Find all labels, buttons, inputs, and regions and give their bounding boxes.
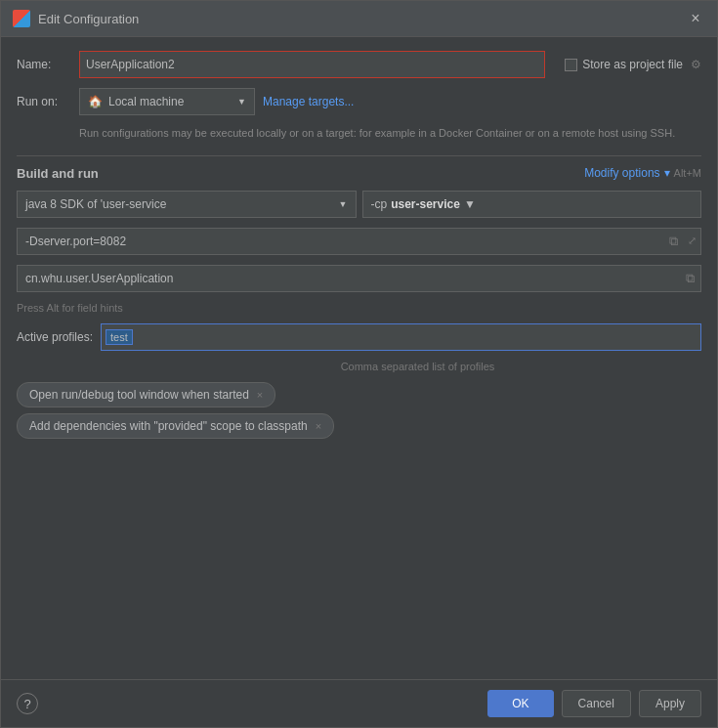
modify-options-group: Modify options ▾ Alt+M	[584, 166, 701, 180]
active-profiles-label: Active profiles:	[17, 330, 93, 344]
dialog-title: Edit Configuration	[38, 12, 139, 26]
bottom-bar: ? OK Cancel Apply	[1, 679, 717, 727]
modify-options-shortcut: Alt+M	[674, 167, 701, 179]
main-class-input[interactable]	[18, 268, 680, 289]
expand-icon[interactable]: ⤢	[684, 235, 700, 247]
vm-options-input[interactable]	[18, 231, 663, 252]
chevron-down-icon: ▾	[664, 166, 670, 180]
local-machine-dropdown[interactable]: 🏠 Local machine ▼	[79, 88, 255, 115]
profiles-input-inner: test	[102, 329, 168, 345]
build-and-run-section: Build and run Modify options ▾ Alt+M	[17, 155, 701, 181]
cp-prefix: -cp	[371, 197, 388, 211]
action-buttons: OK Cancel Apply	[487, 690, 701, 717]
vm-options-row: ⧉ ⤢	[17, 228, 701, 255]
help-button[interactable]: ?	[17, 693, 38, 714]
close-button[interactable]: ×	[686, 9, 705, 28]
store-project-label: Store as project file	[582, 58, 683, 71]
ok-button[interactable]: OK	[487, 690, 553, 717]
edit-configuration-dialog: Edit Configuration × Name: Store as proj…	[0, 0, 718, 728]
copy-icon[interactable]: ⧉	[663, 234, 684, 249]
run-on-row: Run on: 🏠 Local machine ▼ Manage targets…	[17, 88, 701, 115]
home-icon: 🏠	[88, 95, 103, 108]
chip-open-debug-remove[interactable]: ×	[257, 389, 263, 401]
modify-options-link[interactable]: Modify options	[584, 166, 659, 180]
title-bar: Edit Configuration ×	[1, 1, 717, 37]
app-icon	[13, 10, 30, 27]
profiles-hint: Comma separated list of profiles	[17, 361, 701, 372]
sdk-value: java 8 SDK of 'user-service	[25, 197, 166, 211]
cancel-button[interactable]: Cancel	[562, 690, 631, 717]
field-hint-text: Press Alt for field hints	[17, 302, 701, 314]
name-row: Name: Store as project file ⚙	[17, 51, 701, 78]
profile-tag: test	[106, 329, 133, 345]
dropdown-caret: ▼	[237, 97, 246, 107]
cp-caret: ▼	[464, 197, 476, 211]
build-run-title: Build and run	[17, 166, 99, 181]
sdk-caret: ▼	[339, 199, 348, 209]
cp-dropdown[interactable]: -cp user-service ▼	[362, 191, 702, 218]
name-label: Name:	[17, 58, 71, 71]
chip-add-deps-label: Add dependencies with "provided" scope t…	[29, 419, 308, 433]
dialog-content: Name: Store as project file ⚙ Run on: 🏠 …	[1, 37, 717, 679]
gear-icon[interactable]: ⚙	[691, 58, 701, 71]
profile-tag-label: test	[110, 331, 128, 343]
apply-button[interactable]: Apply	[639, 690, 701, 717]
chip-open-debug: Open run/debug tool window when started …	[17, 382, 275, 407]
local-machine-label: Local machine	[108, 95, 184, 108]
cp-value: user-service	[391, 197, 460, 211]
run-on-label: Run on:	[17, 95, 71, 108]
profiles-input-wrap[interactable]: test	[101, 323, 701, 351]
chip-open-debug-label: Open run/debug tool window when started	[29, 388, 249, 402]
title-bar-left: Edit Configuration	[13, 10, 139, 27]
profiles-row: Active profiles: test	[17, 323, 701, 351]
profiles-input[interactable]	[135, 330, 164, 344]
store-project-group: Store as project file ⚙	[565, 58, 701, 71]
info-text: Run configurations may be executed local…	[17, 125, 701, 142]
chips-area: Open run/debug tool window when started …	[17, 382, 701, 439]
sdk-dropdown[interactable]: java 8 SDK of 'user-service ▼	[17, 191, 357, 218]
store-project-checkbox[interactable]	[565, 59, 577, 71]
name-input[interactable]	[79, 51, 545, 78]
folder-icon[interactable]: ⧉	[680, 271, 700, 286]
main-class-row: ⧉	[17, 265, 701, 292]
manage-targets-link[interactable]: Manage targets...	[263, 95, 354, 108]
sdk-classpath-row: java 8 SDK of 'user-service ▼ -cp user-s…	[17, 191, 701, 218]
chip-add-deps-remove[interactable]: ×	[316, 420, 321, 432]
chip-add-deps: Add dependencies with "provided" scope t…	[17, 413, 334, 439]
